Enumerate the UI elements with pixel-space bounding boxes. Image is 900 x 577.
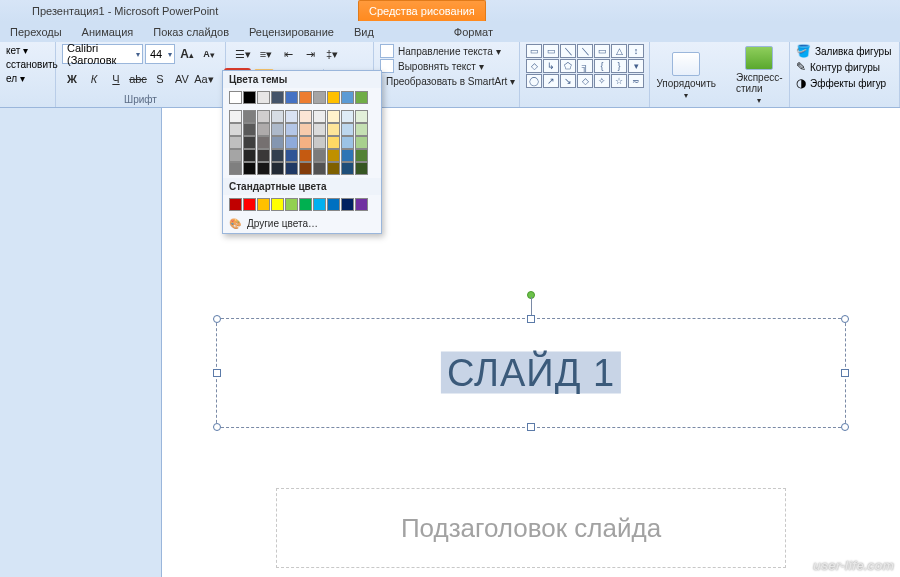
color-swatch[interactable] (229, 123, 242, 136)
color-swatch[interactable] (313, 123, 326, 136)
color-swatch[interactable] (243, 162, 256, 175)
font-size-combo[interactable]: 44 (145, 44, 175, 64)
color-swatch[interactable] (243, 198, 256, 211)
color-swatch[interactable] (327, 91, 340, 104)
strike-button[interactable]: abc (128, 69, 148, 89)
resize-handle[interactable] (527, 423, 535, 431)
color-swatch[interactable] (271, 123, 284, 136)
arrange-button[interactable]: Упорядочить▾ (650, 50, 722, 102)
numbering-button[interactable]: ≡▾ (256, 44, 276, 64)
color-swatch[interactable] (313, 136, 326, 149)
bold-button[interactable]: Ж (62, 69, 82, 89)
subtitle-textbox[interactable]: Подзаголовок слайда (276, 488, 786, 568)
color-swatch[interactable] (299, 91, 312, 104)
theme-colors-row[interactable] (223, 88, 381, 107)
color-swatch[interactable] (243, 149, 256, 162)
color-swatch[interactable] (257, 162, 270, 175)
color-swatch[interactable] (229, 136, 242, 149)
color-swatch[interactable] (299, 162, 312, 175)
tab-review[interactable]: Рецензирование (239, 26, 344, 38)
shape-outline-button[interactable]: ✎Контур фигуры (796, 60, 893, 74)
color-swatch[interactable] (313, 91, 326, 104)
color-swatch[interactable] (355, 91, 368, 104)
color-swatch[interactable] (327, 198, 340, 211)
tab-format[interactable]: Формат (444, 26, 503, 38)
resize-handle[interactable] (213, 423, 221, 431)
color-swatch[interactable] (229, 162, 242, 175)
color-swatch[interactable] (299, 198, 312, 211)
color-swatch[interactable] (341, 136, 354, 149)
bullets-button[interactable]: ☰▾ (232, 44, 254, 64)
color-swatch[interactable] (355, 198, 368, 211)
indent-decrease-button[interactable]: ⇤ (278, 44, 298, 64)
color-swatch[interactable] (271, 162, 284, 175)
color-swatch[interactable] (243, 123, 256, 136)
color-swatch[interactable] (243, 136, 256, 149)
convert-smartart-button[interactable]: Преобразовать в SmartArt ▾ (380, 74, 513, 88)
color-swatch[interactable] (257, 136, 270, 149)
color-swatch[interactable] (243, 110, 256, 123)
color-swatch[interactable] (355, 123, 368, 136)
color-swatch[interactable] (285, 123, 298, 136)
color-swatch[interactable] (271, 110, 284, 123)
color-swatch[interactable] (285, 110, 298, 123)
color-swatch[interactable] (257, 149, 270, 162)
resize-handle[interactable] (527, 315, 535, 323)
standard-colors-row[interactable] (223, 195, 381, 214)
shape-fill-button[interactable]: 🪣Заливка фигуры (796, 44, 893, 58)
text-direction-button[interactable]: Направление текста ▾ (380, 44, 513, 58)
color-swatch[interactable] (285, 136, 298, 149)
resize-handle[interactable] (841, 423, 849, 431)
color-swatch[interactable] (257, 198, 270, 211)
underline-button[interactable]: Ч (106, 69, 126, 89)
color-swatch[interactable] (313, 110, 326, 123)
resize-handle[interactable] (213, 315, 221, 323)
color-swatch[interactable] (341, 110, 354, 123)
color-swatch[interactable] (327, 162, 340, 175)
slide-title-text[interactable]: СЛАЙД 1 (441, 352, 621, 394)
color-swatch[interactable] (257, 91, 270, 104)
color-swatch[interactable] (355, 110, 368, 123)
slide-subtitle-text[interactable]: Подзаголовок слайда (401, 513, 661, 543)
color-swatch[interactable] (355, 162, 368, 175)
color-swatch[interactable] (285, 91, 298, 104)
color-swatch[interactable] (243, 91, 256, 104)
color-swatch[interactable] (327, 149, 340, 162)
color-swatch[interactable] (299, 136, 312, 149)
color-swatch[interactable] (313, 162, 326, 175)
color-swatch[interactable] (327, 136, 340, 149)
align-text-button[interactable]: Выровнять текст ▾ (380, 59, 513, 73)
color-swatch[interactable] (327, 123, 340, 136)
tab-slideshow[interactable]: Показ слайдов (143, 26, 239, 38)
color-swatch[interactable] (313, 149, 326, 162)
resize-handle[interactable] (213, 369, 221, 377)
color-swatch[interactable] (341, 162, 354, 175)
color-swatch[interactable] (299, 123, 312, 136)
grow-font-button[interactable]: A▴ (177, 44, 197, 64)
color-swatch[interactable] (257, 110, 270, 123)
color-swatch[interactable] (229, 149, 242, 162)
color-swatch[interactable] (341, 149, 354, 162)
title-textbox[interactable]: СЛАЙД 1 (216, 318, 846, 428)
line-spacing-button[interactable]: ‡▾ (322, 44, 342, 64)
color-swatch[interactable] (341, 198, 354, 211)
quick-styles-button[interactable]: Экспресс-стили▾ (730, 44, 789, 107)
tab-view[interactable]: Вид (344, 26, 384, 38)
italic-button[interactable]: К (84, 69, 104, 89)
color-swatch[interactable] (229, 91, 242, 104)
layout-button[interactable]: кет ▾ (6, 44, 49, 58)
resize-handle[interactable] (841, 369, 849, 377)
shadow-button[interactable]: S (150, 69, 170, 89)
change-case-button[interactable]: Aa▾ (194, 69, 214, 89)
resize-handle[interactable] (841, 315, 849, 323)
more-colors-button[interactable]: 🎨 Другие цвета… (223, 214, 381, 233)
color-swatch[interactable] (271, 136, 284, 149)
color-swatch[interactable] (271, 91, 284, 104)
font-name-combo[interactable]: Calibri (Заголовк (62, 44, 143, 64)
theme-tints-grid[interactable] (223, 107, 381, 178)
color-swatch[interactable] (313, 198, 326, 211)
color-swatch[interactable] (355, 136, 368, 149)
spacing-button[interactable]: AV (172, 69, 192, 89)
color-swatch[interactable] (257, 123, 270, 136)
color-swatch[interactable] (271, 149, 284, 162)
